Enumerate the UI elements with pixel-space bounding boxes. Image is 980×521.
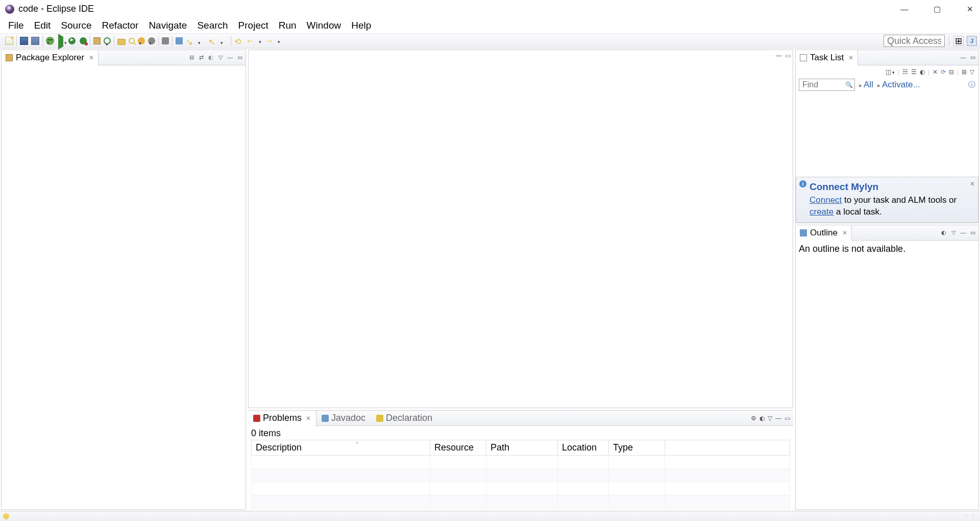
mylyn-connect-panel: i ✕ Connect Mylyn Connect to your task a… (796, 177, 978, 223)
package-explorer-icon (6, 54, 13, 61)
maximize-view-icon[interactable]: ▭ (785, 415, 790, 422)
maximize-button[interactable]: ▢ (932, 5, 942, 14)
package-explorer-tab[interactable]: Package Explorer ✕ (2, 50, 99, 65)
save-button[interactable] (20, 37, 28, 45)
col-type[interactable]: Type (609, 440, 665, 456)
new-task-icon[interactable]: ◫ (886, 68, 895, 76)
quick-access-input[interactable] (884, 35, 945, 47)
focus-workweek-icon[interactable]: ◐ (920, 68, 925, 76)
collapse-all-icon[interactable]: ⊟ (949, 68, 954, 76)
run-external-button[interactable] (80, 37, 87, 44)
open-type-button[interactable] (138, 37, 145, 44)
col-extra[interactable] (665, 440, 790, 456)
maximize-view-icon[interactable]: ▭ (969, 229, 976, 236)
new-button[interactable] (5, 37, 13, 45)
maximize-editor-icon[interactable]: ▭ (785, 52, 791, 59)
collapse-all-icon[interactable]: ⊟ (188, 54, 195, 61)
menu-refactor[interactable]: Refactor (97, 18, 144, 33)
annotation-button[interactable] (148, 37, 155, 44)
col-path[interactable]: Path (486, 440, 558, 456)
col-resource[interactable]: Resource (430, 440, 486, 456)
menu-help[interactable]: Help (346, 18, 376, 33)
tip-icon[interactable] (3, 513, 9, 519)
minimize-button[interactable]: ― (899, 5, 910, 14)
view-menu-icon[interactable]: ▽ (970, 68, 974, 76)
focus-icon[interactable]: ◐ (760, 415, 765, 422)
next-annotation-button[interactable]: ↘ (186, 37, 194, 45)
synchronize-icon[interactable]: ⟳ (941, 68, 946, 76)
menu-project[interactable]: Project (233, 18, 274, 33)
save-all-button[interactable] (31, 37, 39, 45)
close-icon[interactable]: ✕ (842, 229, 847, 236)
search-button[interactable] (129, 38, 135, 44)
view-menu-icon[interactable]: ▽ (950, 229, 957, 236)
debug-button[interactable] (46, 37, 54, 45)
coverage-button[interactable] (68, 37, 77, 45)
menu-search[interactable]: Search (192, 18, 233, 33)
tab-problems[interactable]: Problems ✕ (248, 411, 316, 426)
minimize-editor-icon[interactable]: ― (776, 52, 782, 59)
menu-run[interactable]: Run (274, 18, 302, 33)
view-menu-icon[interactable]: ▽ (217, 54, 224, 61)
task-filter-all[interactable]: All (859, 80, 873, 90)
scheduled-icon[interactable]: ☰ (911, 68, 917, 76)
focus-task-icon[interactable]: ◐ (207, 54, 214, 61)
task-list-tab[interactable]: Task List ✕ (796, 50, 858, 65)
new-type-button[interactable] (104, 37, 111, 44)
next-annotation-menu[interactable] (197, 37, 205, 45)
back-menu[interactable] (258, 36, 261, 46)
mylyn-connect-link[interactable]: Connect (810, 195, 842, 205)
task-list-view: Task List ✕ ― ▭ ◫ | ☵ ☰ ◐ | ✕ ⟳ (795, 50, 979, 223)
toolbar-separator (172, 36, 173, 46)
pin-editor-button[interactable] (176, 37, 183, 44)
categorized-icon[interactable]: ☵ (902, 68, 908, 76)
prev-annotation-button[interactable]: ↖ (208, 37, 216, 45)
menu-window[interactable]: Window (302, 18, 347, 33)
tab-javadoc[interactable]: Javadoc (316, 411, 371, 426)
close-icon[interactable]: ✕ (970, 180, 975, 187)
open-perspective-button[interactable]: ⊞ (953, 36, 964, 46)
minimize-view-icon[interactable]: ― (960, 54, 967, 61)
maximize-view-icon[interactable]: ▭ (969, 54, 976, 61)
link-editor-icon[interactable]: ⇄ (198, 54, 205, 61)
prev-annotation-menu[interactable] (219, 37, 228, 45)
editor-area: ― ▭ Problems ✕ Javadoc Declaration (248, 50, 793, 510)
toggle-breadcrumb-button[interactable] (162, 37, 169, 44)
task-list-tabbar: Task List ✕ ― ▭ (796, 50, 978, 65)
minimize-view-icon[interactable]: ― (960, 229, 967, 236)
menu-navigate[interactable]: Navigate (143, 18, 192, 33)
close-button[interactable]: ✕ (965, 5, 975, 14)
focus-icon[interactable]: ◐ (940, 229, 947, 236)
eclipse-icon (5, 5, 14, 14)
task-activate[interactable]: Activate... (877, 80, 920, 90)
view-menu-icon[interactable]: ▽ (768, 415, 772, 422)
tab-declaration[interactable]: Declaration (371, 411, 438, 426)
minimize-view-icon[interactable]: ― (775, 415, 781, 422)
java-perspective-button[interactable]: J (967, 36, 977, 46)
menu-edit[interactable]: Edit (29, 18, 56, 33)
col-description[interactable]: Description˄ (252, 440, 430, 456)
maximize-view-icon[interactable]: ▭ (236, 54, 243, 61)
new-package-button[interactable] (93, 37, 101, 44)
menu-file[interactable]: File (3, 18, 29, 33)
run-button[interactable] (57, 37, 65, 45)
forward-button[interactable]: → (264, 36, 274, 46)
mylyn-create-link[interactable]: create (810, 207, 834, 217)
window-controls: ― ▢ ✕ (899, 5, 975, 14)
open-task-button[interactable] (117, 39, 126, 45)
col-location[interactable]: Location (558, 440, 609, 456)
hide-completed-icon[interactable]: ✕ (933, 68, 938, 76)
menu-source[interactable]: Source (56, 18, 96, 33)
close-icon[interactable]: ✕ (89, 54, 94, 61)
close-icon[interactable]: ✕ (306, 415, 311, 422)
help-icon[interactable]: ⓘ (968, 80, 975, 89)
back-button[interactable]: ← (246, 36, 255, 46)
minimize-view-icon[interactable]: ― (227, 54, 234, 61)
task-presentation-icon[interactable]: ⊞ (962, 68, 967, 76)
filters-icon[interactable]: ⚙ (751, 415, 756, 422)
outline-tab[interactable]: Outline ✕ (796, 225, 852, 241)
last-edit-button[interactable]: ⟲ (234, 37, 242, 45)
forward-menu[interactable] (277, 36, 280, 46)
close-icon[interactable]: ✕ (848, 54, 853, 61)
javadoc-icon (322, 415, 329, 422)
